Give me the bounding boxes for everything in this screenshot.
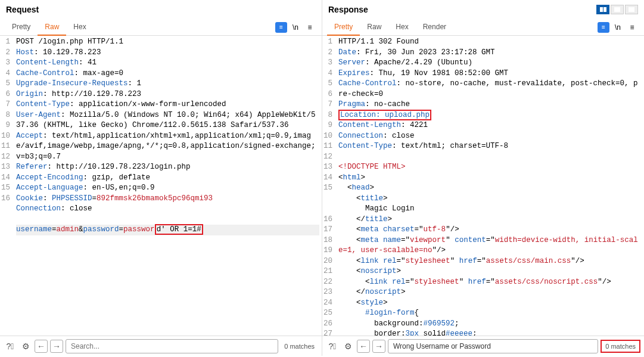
next-icon[interactable]: →	[50, 340, 63, 353]
response-search-bar: ?⃝ ⚙ ← → 0 matches	[322, 336, 644, 356]
tab-hex[interactable]: Hex	[388, 19, 415, 36]
tab-pretty[interactable]: Pretty	[327, 19, 360, 36]
prev-icon[interactable]: ←	[357, 340, 370, 353]
prev-icon[interactable]: ←	[35, 340, 48, 353]
response-tabs: Pretty Raw Hex Render ≡ \n ≡	[322, 19, 644, 36]
help-icon[interactable]: ?⃝	[326, 340, 339, 353]
menu-icon[interactable]: ≡	[626, 22, 638, 33]
request-search-bar: ?⃝ ⚙ ← → 0 matches	[0, 336, 322, 356]
request-tabs: Pretty Raw Hex ≡ \n ≡	[0, 19, 322, 36]
gear-icon[interactable]: ⚙	[341, 340, 354, 353]
response-panel: Response Pretty Raw Hex Render ≡ \n ≡ 12…	[322, 0, 644, 336]
response-code[interactable]: 123456789101112131415 161718192021222324…	[322, 36, 644, 336]
view-bottom-icon[interactable]	[625, 5, 638, 14]
menu-icon[interactable]: ≡	[304, 22, 316, 33]
request-code[interactable]: 12345678910111213141516 POST /login.php …	[0, 36, 322, 336]
tab-raw[interactable]: Raw	[38, 19, 66, 36]
view-top-icon[interactable]	[611, 5, 624, 14]
help-icon[interactable]: ?⃝	[4, 340, 17, 353]
view-mode-buttons	[596, 5, 638, 14]
newline-icon[interactable]: \n	[612, 22, 624, 33]
actions-icon[interactable]: ≡	[275, 22, 287, 33]
tab-pretty[interactable]: Pretty	[5, 19, 38, 36]
tab-raw[interactable]: Raw	[360, 19, 388, 36]
response-title: Response	[328, 5, 596, 14]
response-matches: 0 matches	[601, 340, 640, 353]
view-split-icon[interactable]	[596, 5, 609, 14]
request-panel: Request Pretty Raw Hex ≡ \n ≡ 1234567891…	[0, 0, 322, 336]
response-search-input[interactable]	[388, 339, 598, 353]
request-title: Request	[6, 5, 316, 14]
tab-hex[interactable]: Hex	[66, 19, 93, 36]
actions-icon[interactable]: ≡	[598, 22, 609, 33]
newline-icon[interactable]: \n	[290, 22, 301, 33]
gear-icon[interactable]: ⚙	[19, 340, 32, 353]
next-icon[interactable]: →	[372, 340, 385, 353]
tab-render[interactable]: Render	[416, 19, 453, 36]
request-search-input[interactable]	[66, 339, 278, 353]
request-matches: 0 matches	[281, 343, 318, 350]
